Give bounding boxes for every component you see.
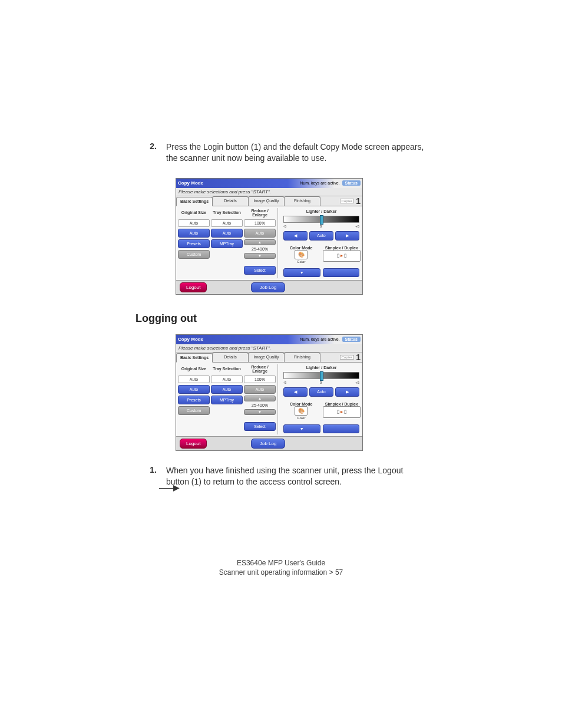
ld-auto-button[interactable]: Auto [309, 387, 333, 397]
copies-value: 1 [356, 196, 361, 206]
presets-button[interactable]: Presets [178, 239, 210, 248]
zoom-range: 25-400% [244, 403, 276, 407]
tab-row: Basic Settings Details Image Quality Fin… [176, 196, 362, 206]
col-hdr-reduce-enlarge: Reduce / Enlarge [244, 208, 276, 218]
col-hdr-original-size: Original Size [178, 208, 210, 218]
custom-button[interactable]: Custom [178, 250, 210, 259]
tray-value: Auto [211, 219, 243, 227]
mptray-button[interactable]: MPTray [211, 396, 243, 404]
window-title: Copy Mode [178, 180, 203, 186]
lighter-darker-slider[interactable] [283, 372, 359, 379]
page-single-icon: ▯ [337, 253, 339, 258]
zoom-range: 25-400% [244, 247, 276, 251]
slider-max: +5 [355, 381, 359, 384]
tab-basic-settings[interactable]: Basic Settings [176, 197, 213, 206]
col-hdr-reduce-enlarge: Reduce / Enlarge [244, 364, 276, 374]
logout-button[interactable]: Logout [180, 282, 207, 292]
col-hdr-tray: Tray Selection [211, 364, 243, 374]
footer-guide-title: ES3640e MFP User's Guide [135, 558, 427, 568]
color-mode-button[interactable]: 🎨 Color [282, 250, 320, 263]
zoom-up-button[interactable]: ▲ [244, 239, 276, 245]
simplex-duplex-button[interactable]: ▯ ▸ ▯ [323, 250, 361, 262]
step-number: 2. [135, 141, 166, 164]
tab-details[interactable]: Details [212, 196, 249, 206]
slider-min: -5 [283, 381, 286, 384]
titlebar: Copy Mode Num. keys are active. Status [176, 179, 362, 188]
titlebar: Copy Mode Num. keys are active. Status [176, 335, 362, 344]
lighter-darker-slider[interactable] [283, 216, 359, 223]
page-single-icon: ▯ [344, 253, 346, 258]
zoom-value: 100% [244, 375, 276, 383]
original-size-value: Auto [178, 375, 210, 383]
select-button[interactable]: Select [244, 266, 276, 275]
zoom-down-button[interactable]: ▼ [244, 409, 276, 415]
tab-finishing[interactable]: Finishing [284, 353, 320, 362]
ld-auto-button[interactable]: Auto [309, 231, 333, 241]
col-hdr-original-size: Original Size [178, 364, 210, 374]
color-mode-more-button[interactable]: ▼ [283, 424, 320, 433]
tab-row: Basic Settings Details Image Quality Fin… [176, 353, 362, 363]
tray-auto-button[interactable]: Auto [211, 229, 243, 238]
duplex-more-button[interactable] [323, 268, 360, 277]
section-heading-logging-out: Logging out [135, 312, 427, 325]
zoom-up-button[interactable]: ▲ [244, 396, 276, 401]
darker-button[interactable]: ◀ [283, 387, 308, 397]
original-size-auto-button[interactable]: Auto [178, 385, 210, 394]
simplex-duplex-label: Simplex / Duplex [323, 402, 361, 406]
lighter-button[interactable]: ▶ [335, 231, 359, 241]
slider-zero: 0 [320, 225, 322, 228]
tab-image-quality[interactable]: Image Quality [248, 196, 285, 206]
tab-image-quality[interactable]: Image Quality [248, 353, 285, 362]
arrow-right-icon: ▸ [340, 409, 343, 414]
tab-details[interactable]: Details [212, 353, 249, 362]
numkeys-msg: Num. keys are active. [300, 337, 339, 341]
arrow-right-icon: ▸ [340, 253, 343, 258]
original-size-auto-button[interactable]: Auto [178, 229, 210, 238]
simplex-duplex-button[interactable]: ▯ ▸ ▯ [323, 406, 361, 418]
step-text: When you have finished using the scanner… [166, 465, 427, 487]
lighter-darker-label: Lighter / Darker [282, 365, 361, 370]
mptray-button[interactable]: MPTray [211, 239, 243, 248]
zoom-auto-button[interactable]: Auto [244, 385, 276, 394]
color-mode-label: Color Mode [282, 402, 320, 406]
slider-max: +5 [355, 225, 359, 228]
original-size-value: Auto [178, 219, 210, 227]
footer-breadcrumb: Scanner unit operating information > 57 [135, 568, 427, 578]
select-button[interactable]: Select [244, 422, 276, 431]
step-1: 1. When you have finished using the scan… [135, 465, 427, 487]
copy-mode-panel: Copy Mode Num. keys are active. Status P… [176, 334, 363, 451]
zoom-auto-button[interactable]: Auto [244, 229, 276, 238]
copies-value: 1 [356, 353, 361, 362]
duplex-more-button[interactable] [323, 424, 360, 433]
col-hdr-tray: Tray Selection [211, 208, 243, 218]
palette-icon: 🎨 [295, 250, 308, 259]
page-single-icon: ▯ [337, 409, 339, 414]
color-mode-value: Color [297, 260, 305, 263]
color-mode-value: Color [297, 416, 305, 420]
tray-auto-button[interactable]: Auto [211, 385, 243, 394]
zoom-down-button[interactable]: ▼ [244, 253, 276, 259]
tray-value: Auto [211, 375, 243, 383]
joblog-button[interactable]: Job Log [251, 439, 285, 449]
presets-button[interactable]: Presets [178, 396, 210, 404]
joblog-button[interactable]: Job Log [251, 282, 285, 292]
custom-button[interactable]: Custom [178, 406, 210, 415]
logout-button[interactable]: Logout [180, 439, 207, 449]
tab-basic-settings[interactable]: Basic Settings [176, 353, 213, 363]
slider-range: -5 0 +5 [282, 381, 361, 384]
color-mode-button[interactable]: 🎨 Color [282, 406, 320, 420]
lighter-darker-label: Lighter / Darker [282, 209, 361, 213]
darker-button[interactable]: ◀ [283, 231, 308, 241]
instruction-bar: Please make selections and press "START"… [176, 188, 362, 196]
copies-label: Copies [340, 355, 355, 360]
window-title: Copy Mode [178, 337, 203, 342]
status-button[interactable]: Status [342, 337, 361, 342]
tab-finishing[interactable]: Finishing [284, 196, 320, 206]
color-mode-more-button[interactable]: ▼ [283, 268, 320, 277]
slider-range: -5 0 +5 [282, 225, 361, 228]
page-single-icon: ▯ [344, 409, 346, 414]
copies-area: Copies 1 [320, 353, 362, 362]
status-button[interactable]: Status [342, 180, 361, 186]
step-2: 2. Press the Login button (1) and the de… [135, 141, 427, 164]
lighter-button[interactable]: ▶ [335, 387, 359, 397]
